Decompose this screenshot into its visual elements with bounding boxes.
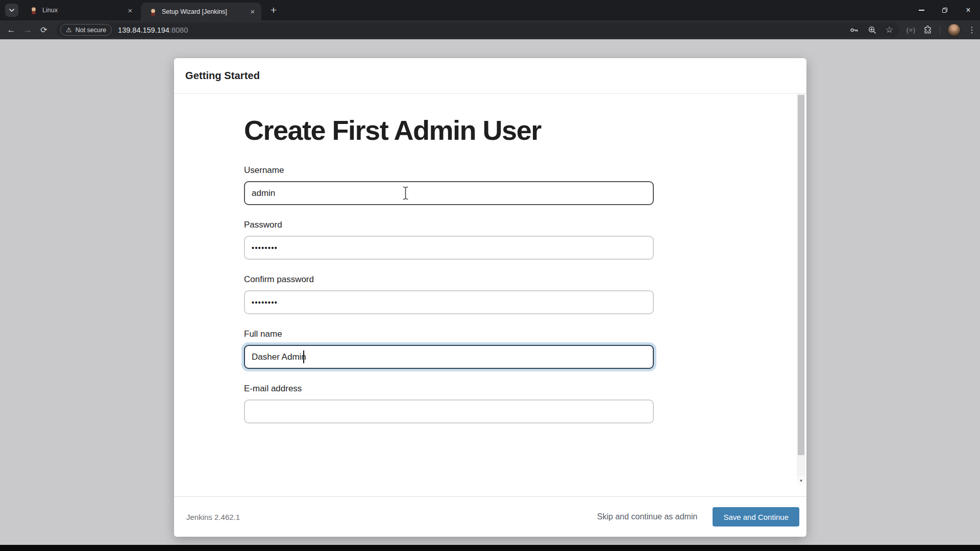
browser-toolbar: ← → ⟳ ⚠ Not secure 139.84.159.194:8080 ☆… — [0, 20, 980, 39]
reload-button[interactable]: ⟳ — [36, 22, 52, 38]
taskbar-strip — [0, 545, 980, 551]
omnibox-actions: ☆ — [849, 25, 893, 35]
confirm-password-input[interactable] — [244, 290, 654, 314]
forward-icon: → — [23, 25, 32, 35]
save-and-continue-button[interactable]: Save and Continue — [713, 507, 799, 527]
setup-wizard-panel: Getting Started Create First Admin User … — [174, 58, 806, 537]
field-email: E-mail address — [244, 384, 654, 423]
scrollbar-thumb[interactable] — [798, 95, 804, 455]
jenkins-version-label: Jenkins 2.462.1 — [186, 513, 240, 521]
window-close-button[interactable]: × — [957, 0, 980, 20]
zoom-icon[interactable] — [868, 26, 877, 35]
window-restore-button[interactable] — [933, 0, 957, 20]
email-label: E-mail address — [244, 384, 654, 394]
tab-label: Linux — [42, 7, 121, 14]
address-bar[interactable]: ⚠ Not secure 139.84.159.194:8080 ☆ — [56, 22, 899, 37]
restore-icon — [942, 8, 947, 13]
scrollbar-down-arrow-icon[interactable]: ▾ — [797, 476, 805, 485]
forward-button[interactable]: → — [20, 22, 35, 38]
wizard-footer: Jenkins 2.462.1 Skip and continue as adm… — [174, 496, 806, 537]
minimize-icon — [919, 10, 924, 10]
full-name-label: Full name — [244, 329, 654, 339]
url-host: 139.84.159.194 — [118, 26, 169, 34]
browser-menu-icon[interactable]: ⋮ — [968, 25, 976, 35]
tab-close-icon[interactable]: × — [126, 6, 135, 15]
tab-label: Setup Wizard [Jenkins] — [162, 8, 244, 15]
jenkins-tab-favicon-icon — [149, 8, 157, 16]
email-input[interactable] — [244, 399, 654, 423]
back-button[interactable]: ← — [4, 22, 19, 38]
field-username: Username — [244, 165, 654, 205]
browser-tab-strip: Linux × Setup Wizard [Jenkins] × + × — [0, 0, 980, 20]
skip-and-continue-button[interactable]: Skip and continue as admin — [597, 512, 698, 521]
security-chip-label: Not secure — [76, 27, 106, 34]
tab-linux[interactable]: Linux × — [22, 0, 139, 20]
warning-icon: ⚠ — [66, 27, 72, 33]
scrollbar[interactable]: ▾ — [797, 94, 805, 485]
reload-icon: ⟳ — [40, 25, 47, 35]
url-port: :8080 — [169, 26, 188, 34]
bookmark-star-icon[interactable]: ☆ — [886, 26, 893, 34]
tab-close-icon[interactable]: × — [248, 7, 257, 16]
wizard-content: Create First Admin User Username Passwor… — [174, 94, 806, 496]
close-icon: × — [966, 6, 970, 14]
text-caret — [303, 350, 304, 363]
field-full-name: Full name — [244, 329, 654, 369]
profile-avatar[interactable] — [947, 23, 961, 37]
tab-search-button[interactable] — [5, 4, 18, 17]
username-label: Username — [244, 165, 654, 176]
chevron-down-icon — [9, 8, 15, 12]
extension-badge-icon[interactable]: (=) — [906, 27, 916, 34]
field-confirm-password: Confirm password — [244, 274, 654, 314]
wizard-header-title: Getting Started — [185, 70, 260, 82]
toolbar-divider — [940, 26, 940, 35]
back-icon: ← — [7, 25, 16, 35]
wizard-header: Getting Started — [174, 58, 806, 94]
linux-tab-favicon-icon — [30, 6, 38, 14]
window-minimize-button[interactable] — [910, 0, 933, 20]
password-manager-key-icon[interactable] — [849, 25, 859, 35]
tab-setup-wizard-jenkins[interactable]: Setup Wizard [Jenkins] × — [141, 3, 261, 20]
toolbar-right-cluster: (=) ⋮ — [906, 23, 976, 37]
full-name-input[interactable] — [244, 345, 654, 369]
security-chip[interactable]: ⚠ Not secure — [60, 24, 112, 36]
password-label: Password — [244, 220, 654, 230]
window-controls: × — [910, 0, 980, 20]
password-input[interactable] — [244, 236, 654, 260]
extensions-puzzle-icon[interactable] — [923, 25, 933, 35]
username-input[interactable] — [244, 181, 654, 205]
new-tab-button[interactable]: + — [266, 3, 281, 17]
field-password: Password — [244, 220, 654, 260]
url-text[interactable]: 139.84.159.194:8080 — [118, 26, 849, 34]
page-title: Create First Admin User — [244, 114, 806, 146]
ibeam-cursor-icon — [402, 186, 409, 200]
confirm-password-label: Confirm password — [244, 274, 654, 285]
